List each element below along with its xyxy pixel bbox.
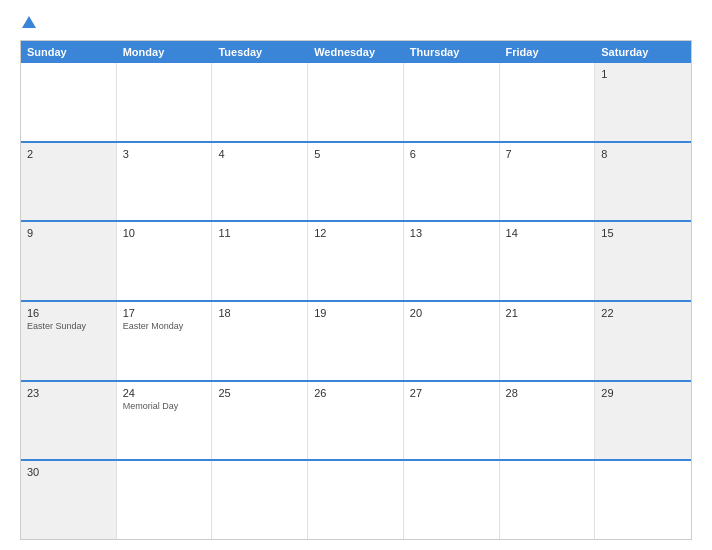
calendar-cell [404,461,500,539]
calendar-cell [212,63,308,141]
day-number: 20 [410,307,493,319]
day-number: 23 [27,387,110,399]
day-number: 18 [218,307,301,319]
calendar-cell [21,63,117,141]
calendar-cell: 18 [212,302,308,380]
calendar-cell: 27 [404,382,500,460]
logo-triangle-icon [22,16,36,28]
holiday-label: Easter Monday [123,321,206,331]
day-number: 28 [506,387,589,399]
calendar-cell [117,63,213,141]
calendar-row-5: 2324Memorial Day2526272829 [21,380,691,460]
day-of-week-sunday: Sunday [21,41,117,63]
day-number: 7 [506,148,589,160]
calendar-cell: 22 [595,302,691,380]
day-of-week-wednesday: Wednesday [308,41,404,63]
calendar-cell: 14 [500,222,596,300]
calendar-cell: 16Easter Sunday [21,302,117,380]
calendar-row-4: 16Easter Sunday17Easter Monday1819202122 [21,300,691,380]
calendar: SundayMondayTuesdayWednesdayThursdayFrid… [20,40,692,540]
calendar-cell: 24Memorial Day [117,382,213,460]
calendar-cell: 21 [500,302,596,380]
day-number: 30 [27,466,110,478]
day-number: 25 [218,387,301,399]
calendar-cell: 29 [595,382,691,460]
day-number: 9 [27,227,110,239]
calendar-cell: 26 [308,382,404,460]
calendar-cell: 30 [21,461,117,539]
day-of-week-thursday: Thursday [404,41,500,63]
day-number: 14 [506,227,589,239]
calendar-cell [212,461,308,539]
day-number: 8 [601,148,685,160]
calendar-cell: 1 [595,63,691,141]
day-number: 17 [123,307,206,319]
calendar-cell: 6 [404,143,500,221]
calendar-cell: 2 [21,143,117,221]
calendar-cell: 11 [212,222,308,300]
day-number: 29 [601,387,685,399]
day-number: 16 [27,307,110,319]
logo-text [20,16,36,30]
day-number: 22 [601,307,685,319]
calendar-cell: 9 [21,222,117,300]
day-number: 15 [601,227,685,239]
day-number: 21 [506,307,589,319]
day-number: 12 [314,227,397,239]
holiday-label: Easter Sunday [27,321,110,331]
day-of-week-friday: Friday [500,41,596,63]
calendar-cell: 28 [500,382,596,460]
day-of-week-tuesday: Tuesday [212,41,308,63]
header [20,16,692,30]
day-number: 2 [27,148,110,160]
calendar-cell: 23 [21,382,117,460]
calendar-cell [500,63,596,141]
day-number: 27 [410,387,493,399]
day-number: 10 [123,227,206,239]
calendar-cell [404,63,500,141]
calendar-cell: 20 [404,302,500,380]
day-of-week-saturday: Saturday [595,41,691,63]
calendar-cell: 12 [308,222,404,300]
day-number: 1 [601,68,685,80]
calendar-row-2: 2345678 [21,141,691,221]
calendar-row-3: 9101112131415 [21,220,691,300]
logo [20,16,36,30]
day-number: 13 [410,227,493,239]
calendar-cell: 17Easter Monday [117,302,213,380]
calendar-cell [117,461,213,539]
day-number: 4 [218,148,301,160]
calendar-cell [595,461,691,539]
holiday-label: Memorial Day [123,401,206,411]
calendar-cell: 4 [212,143,308,221]
calendar-cell: 13 [404,222,500,300]
calendar-header: SundayMondayTuesdayWednesdayThursdayFrid… [21,41,691,63]
day-number: 24 [123,387,206,399]
day-number: 3 [123,148,206,160]
calendar-cell: 7 [500,143,596,221]
day-number: 11 [218,227,301,239]
day-number: 26 [314,387,397,399]
calendar-row-6: 30 [21,459,691,539]
calendar-cell: 15 [595,222,691,300]
calendar-cell: 5 [308,143,404,221]
calendar-row-1: 1 [21,63,691,141]
day-of-week-monday: Monday [117,41,213,63]
day-number: 5 [314,148,397,160]
calendar-cell: 10 [117,222,213,300]
calendar-cell: 19 [308,302,404,380]
calendar-cell: 3 [117,143,213,221]
calendar-cell [308,63,404,141]
day-number: 6 [410,148,493,160]
page: SundayMondayTuesdayWednesdayThursdayFrid… [0,0,712,550]
day-number: 19 [314,307,397,319]
calendar-cell [308,461,404,539]
calendar-body: 12345678910111213141516Easter Sunday17Ea… [21,63,691,539]
calendar-cell [500,461,596,539]
calendar-cell: 25 [212,382,308,460]
calendar-cell: 8 [595,143,691,221]
